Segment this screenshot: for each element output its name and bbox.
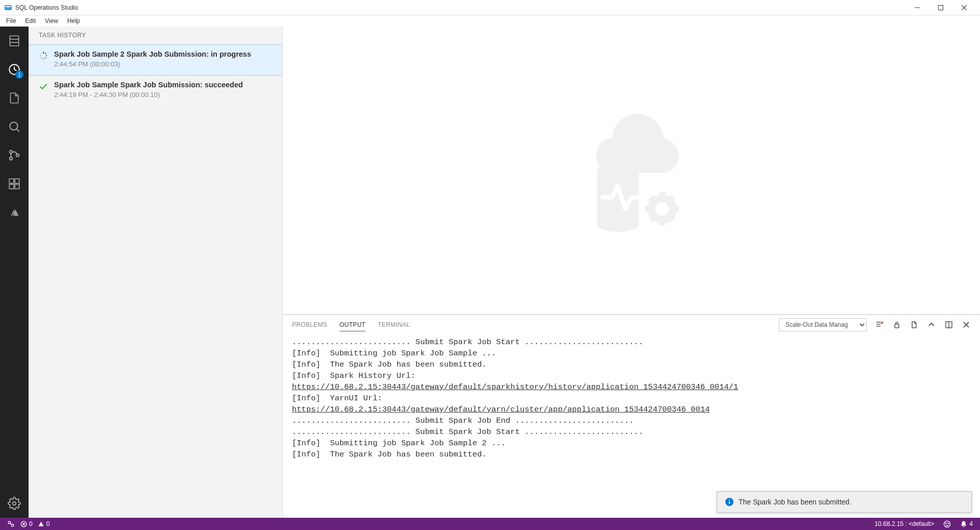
activity-servers[interactable] (0, 27, 29, 55)
svg-point-27 (41, 53, 41, 54)
task-history-badge: 1 (15, 70, 23, 79)
menu-view[interactable]: View (41, 16, 62, 26)
activity-explorer[interactable] (0, 84, 29, 112)
panel-tabs: PROBLEMS OUTPUT TERMINAL Scale-Out Data … (283, 315, 980, 334)
svg-point-52 (8, 521, 10, 523)
svg-rect-18 (15, 184, 19, 189)
tab-output[interactable]: OUTPUT (339, 318, 365, 331)
svg-point-12 (10, 151, 12, 153)
notification-toast[interactable]: The Spark Job has been submitted. (717, 491, 972, 513)
lock-scroll-icon[interactable] (892, 320, 901, 329)
activity-settings[interactable] (0, 489, 29, 518)
svg-line-35 (651, 197, 655, 201)
status-notifications-count: 4 (969, 520, 973, 527)
status-errors-count: 0 (29, 520, 33, 527)
close-panel-icon[interactable] (962, 320, 971, 329)
svg-rect-16 (15, 179, 19, 183)
svg-point-14 (16, 154, 19, 156)
tab-terminal[interactable]: TERMINAL (378, 318, 410, 331)
minimize-button[interactable] (905, 0, 929, 15)
window-controls (905, 0, 976, 15)
editor-area: PROBLEMS OUTPUT TERMINAL Scale-Out Data … (283, 27, 980, 518)
svg-rect-6 (10, 36, 18, 46)
svg-point-20 (43, 52, 44, 54)
menu-bar: File Edit View Help (0, 15, 980, 27)
svg-point-59 (946, 523, 947, 524)
status-problems[interactable]: 0 0 (17, 520, 53, 527)
svg-rect-0 (5, 5, 12, 10)
task-item-in-progress[interactable]: Spark Job Sample 2 Spark Job Submission:… (29, 44, 282, 76)
task-subtitle: 2:44:19 PM - 2:44:30 PM (00:00:10) (54, 91, 272, 99)
svg-rect-1 (6, 6, 11, 7)
svg-line-54 (10, 523, 12, 524)
svg-line-36 (670, 216, 674, 221)
activity-source-control[interactable] (0, 141, 29, 170)
svg-point-53 (11, 524, 13, 526)
svg-point-21 (45, 53, 46, 54)
bottom-panel: PROBLEMS OUTPUT TERMINAL Scale-Out Data … (283, 315, 980, 518)
activity-bar: 1 (0, 27, 29, 518)
status-notifications[interactable]: 4 (957, 520, 976, 527)
spinner-icon (39, 50, 48, 68)
svg-line-37 (670, 197, 674, 201)
task-item-succeeded[interactable]: Spark Job Sample Spark Job Submission: s… (29, 76, 282, 106)
activity-task-history[interactable]: 1 (0, 55, 29, 84)
app-title: SQL Operations Studio (15, 4, 905, 11)
task-title: Spark Job Sample 2 Spark Job Submission:… (54, 50, 272, 58)
svg-rect-3 (939, 5, 943, 10)
output-content[interactable]: ......................... Submit Spark J… (283, 334, 980, 518)
maximize-panel-icon[interactable] (944, 320, 953, 329)
svg-rect-44 (895, 324, 899, 328)
svg-point-19 (13, 502, 16, 505)
close-button[interactable] (952, 0, 976, 15)
svg-point-25 (41, 57, 42, 58)
svg-point-30 (651, 198, 673, 220)
output-channel-select[interactable]: Scale-Out Data Manag (779, 318, 867, 331)
sidebar: TASK HISTORY Spark Job Sample 2 Spark Jo… (29, 27, 283, 518)
clear-output-icon[interactable] (875, 320, 884, 329)
task-subtitle: 2:44:54 PM (00:00:03) (54, 60, 272, 68)
info-icon (725, 498, 733, 506)
svg-point-29 (597, 216, 640, 232)
collapse-panel-icon[interactable] (927, 320, 936, 329)
activity-search[interactable] (0, 112, 29, 141)
main-area: 1 TASK HISTORY (0, 27, 980, 518)
yarn-ui-url-link[interactable]: https://10.68.2.15:30443/gateway/default… (292, 405, 710, 414)
svg-point-23 (45, 57, 46, 58)
svg-point-13 (10, 157, 12, 160)
title-bar: SQL Operations Studio (0, 0, 980, 15)
editor-empty-state (283, 27, 980, 315)
activity-azure[interactable] (0, 198, 29, 227)
svg-line-11 (16, 129, 19, 131)
menu-file[interactable]: File (2, 16, 20, 26)
svg-point-24 (43, 58, 44, 59)
svg-point-22 (46, 55, 47, 56)
tab-problems[interactable]: PROBLEMS (292, 318, 327, 331)
app-icon (4, 4, 12, 12)
svg-line-38 (651, 216, 655, 221)
status-remote[interactable] (4, 520, 17, 527)
maximize-button[interactable] (929, 0, 952, 15)
activity-extensions[interactable] (0, 170, 29, 198)
svg-point-58 (944, 521, 950, 527)
svg-rect-50 (729, 501, 730, 504)
menu-edit[interactable]: Edit (21, 16, 40, 26)
svg-point-60 (948, 523, 949, 524)
svg-rect-15 (9, 179, 14, 183)
menu-help[interactable]: Help (63, 16, 84, 26)
status-connection[interactable]: 10.68.2.15 : <default> (872, 520, 938, 527)
status-warnings-count: 0 (46, 520, 50, 527)
status-bar: 0 0 10.68.2.15 : <default> 4 (0, 518, 980, 530)
sidebar-header: TASK HISTORY (29, 27, 282, 44)
spark-history-url-link[interactable]: https://10.68.2.15:30443/gateway/default… (292, 382, 738, 392)
database-cloud-logo-icon (555, 94, 708, 247)
toast-message: The Spark Job has been submitted. (739, 498, 851, 506)
check-icon (39, 81, 48, 99)
status-feedback[interactable] (940, 520, 954, 528)
svg-point-28 (597, 163, 640, 178)
svg-point-51 (729, 499, 730, 500)
open-file-icon[interactable] (910, 320, 919, 329)
svg-point-26 (40, 55, 40, 56)
svg-point-10 (10, 122, 17, 130)
task-title: Spark Job Sample Spark Job Submission: s… (54, 81, 272, 89)
